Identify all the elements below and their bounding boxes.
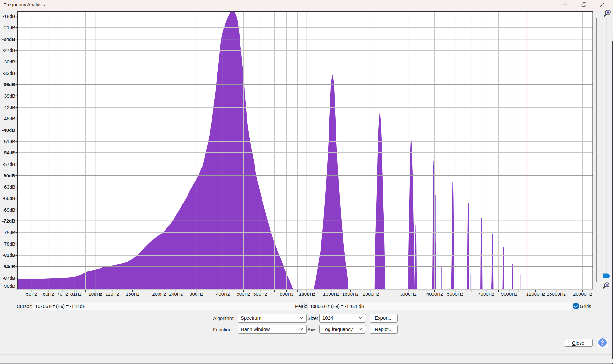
svg-text:-81dB: -81dB <box>3 252 15 258</box>
svg-text:2000Hz: 2000Hz <box>363 291 379 297</box>
svg-text:3000Hz: 3000Hz <box>400 291 417 297</box>
svg-text:300Hz: 300Hz <box>189 291 203 297</box>
svg-text:-57dB: -57dB <box>3 161 15 167</box>
svg-text:800Hz: 800Hz <box>280 291 293 297</box>
svg-text:12000Hz: 12000Hz <box>526 291 545 297</box>
svg-text:9000Hz: 9000Hz <box>501 291 518 297</box>
svg-text:-42dB: -42dB <box>3 105 15 110</box>
svg-text:-27dB: -27dB <box>3 48 15 53</box>
svg-text:200Hz: 200Hz <box>152 291 166 297</box>
svg-text:-69dB: -69dB <box>3 207 15 212</box>
svg-text:5000Hz: 5000Hz <box>447 291 463 297</box>
svg-text:-48dB: -48dB <box>2 127 15 133</box>
svg-text:60Hz: 60Hz <box>43 291 54 297</box>
svg-text:400Hz: 400Hz <box>216 291 230 297</box>
svg-text:-18dB: -18dB <box>3 13 15 19</box>
svg-text:-39dB: -39dB <box>3 93 15 99</box>
svg-text:240Hz: 240Hz <box>169 291 183 297</box>
svg-text:500Hz: 500Hz <box>236 291 250 297</box>
svg-text:81Hz: 81Hz <box>70 291 82 297</box>
svg-text:-60dB: -60dB <box>2 173 15 178</box>
svg-text:-36dB: -36dB <box>2 82 15 87</box>
svg-text:1300Hz: 1300Hz <box>323 291 340 297</box>
svg-text:?: ? <box>601 339 604 346</box>
svg-text:150Hz: 150Hz <box>126 291 139 297</box>
svg-text:-78dB: -78dB <box>3 241 15 247</box>
svg-text:-30dB: -30dB <box>3 59 15 64</box>
svg-text:50Hz: 50Hz <box>26 291 37 297</box>
svg-text:20000Hz: 20000Hz <box>573 291 592 297</box>
svg-text:600Hz: 600Hz <box>253 291 267 297</box>
svg-text:-90dB: -90dB <box>3 283 15 289</box>
svg-text:-21dB: -21dB <box>3 25 15 30</box>
svg-text:-87dB: -87dB <box>3 275 15 281</box>
svg-text:-63dB: -63dB <box>3 184 15 189</box>
svg-text:-33dB: -33dB <box>3 71 15 76</box>
svg-text:-75dB: -75dB <box>3 230 15 235</box>
svg-text:-45dB: -45dB <box>3 116 15 121</box>
svg-text:70Hz: 70Hz <box>57 291 68 297</box>
svg-text:1600Hz: 1600Hz <box>342 291 359 297</box>
svg-text:-24dB: -24dB <box>2 36 15 42</box>
svg-text:100Hz: 100Hz <box>88 291 102 297</box>
svg-text:7000Hz: 7000Hz <box>478 291 494 297</box>
svg-text:120Hz: 120Hz <box>105 291 119 297</box>
svg-text:15000Hz: 15000Hz <box>547 291 566 297</box>
svg-text:-51dB: -51dB <box>3 139 15 144</box>
svg-text:-84dB: -84dB <box>2 264 15 269</box>
svg-text:-54dB: -54dB <box>3 150 15 155</box>
svg-text:1000Hz: 1000Hz <box>299 291 315 297</box>
svg-text:-66dB: -66dB <box>3 196 15 201</box>
svg-text:4000Hz: 4000Hz <box>426 291 443 297</box>
svg-text:-72dB: -72dB <box>2 218 15 224</box>
